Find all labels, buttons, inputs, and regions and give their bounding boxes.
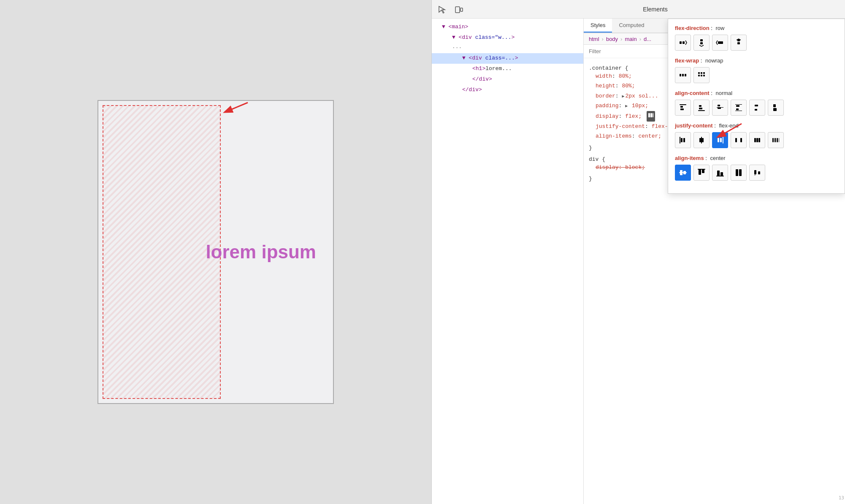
flex-wrap-value: nowrap <box>705 57 723 64</box>
svg-rect-56 <box>754 138 756 142</box>
svg-rect-58 <box>758 138 760 142</box>
align-content-value: normal <box>715 90 732 96</box>
filter-input[interactable] <box>589 48 673 54</box>
svg-rect-13 <box>718 41 720 44</box>
justify-start-btn[interactable] <box>675 132 691 148</box>
align-items-value: center <box>710 155 725 161</box>
svg-rect-55 <box>740 138 742 142</box>
svg-rect-65 <box>679 172 687 173</box>
justify-space-evenly-btn[interactable] <box>768 132 784 148</box>
svg-rect-20 <box>698 72 700 74</box>
align-items-baseline-btn[interactable]: A <box>749 165 765 181</box>
svg-rect-7 <box>680 41 682 44</box>
flex-direction-label: flex-direction <box>675 25 710 31</box>
tab-styles[interactable]: Styles <box>584 19 612 33</box>
preview-container: lorem ipsum <box>98 100 334 404</box>
svg-rect-9 <box>700 39 703 41</box>
svg-rect-19 <box>685 74 686 76</box>
align-content-space-between-btn[interactable] <box>731 100 747 116</box>
lorem-ipsum-text: lorem ipsum <box>206 241 316 263</box>
svg-rect-48 <box>701 137 702 144</box>
svg-rect-18 <box>682 74 684 76</box>
panel-title: Elements <box>643 6 667 13</box>
dom-line-h1[interactable]: <h1>lorem... <box>432 64 583 74</box>
align-items-section: align-items : center <box>675 155 838 181</box>
align-items-stretch-btn[interactable] <box>731 165 747 181</box>
flex-nowrap-btn[interactable] <box>675 67 691 83</box>
svg-rect-38 <box>735 111 742 111</box>
align-content-end-btn[interactable] <box>693 100 710 116</box>
svg-rect-50 <box>720 138 722 142</box>
devtools-panel: Elements ▼ <main> ▼ <div class="w...> ··… <box>431 0 845 504</box>
dom-line-main[interactable]: ▼ <main> <box>432 22 583 33</box>
svg-rect-54 <box>735 138 737 142</box>
svg-rect-2 <box>455 7 460 13</box>
breadcrumb-main[interactable]: main <box>625 36 636 42</box>
inspect-icon[interactable] <box>437 4 447 14</box>
align-content-stretch-btn[interactable] <box>768 100 784 116</box>
justify-content-label: justify-content <box>675 122 713 129</box>
justify-end-btn[interactable] <box>712 132 728 148</box>
justify-content-icons <box>675 132 838 148</box>
align-items-start-btn[interactable] <box>693 165 710 181</box>
svg-rect-60 <box>775 138 776 142</box>
device-toggle-icon[interactable] <box>454 4 464 14</box>
breadcrumb-div[interactable]: d... <box>644 36 651 42</box>
svg-rect-41 <box>773 104 776 107</box>
svg-rect-37 <box>736 108 739 110</box>
align-items-label: align-items <box>675 155 704 161</box>
align-items-center-btn[interactable] <box>675 165 691 181</box>
flex-direction-section: flex-direction : row <box>675 25 838 51</box>
svg-rect-24 <box>701 75 702 76</box>
svg-rect-21 <box>701 72 702 74</box>
svg-rect-71 <box>716 176 724 176</box>
svg-rect-8 <box>682 41 685 44</box>
svg-rect-67 <box>702 170 704 173</box>
align-items-end-btn[interactable] <box>712 165 728 181</box>
svg-rect-62 <box>779 138 779 142</box>
svg-rect-61 <box>777 138 778 142</box>
align-content-start-btn[interactable] <box>675 100 691 116</box>
dom-line-div2[interactable]: ▼ <div class=...> <box>432 53 583 64</box>
svg-rect-6 <box>653 113 653 117</box>
breadcrumb-body[interactable]: body <box>606 36 618 42</box>
dom-line-div-close2: </div> <box>432 85 583 95</box>
svg-rect-69 <box>717 171 720 176</box>
svg-rect-49 <box>718 138 719 142</box>
svg-rect-43 <box>680 137 680 144</box>
dom-line-div1[interactable]: ▼ <div class="w...> <box>432 33 583 43</box>
breadcrumb-html[interactable]: html <box>589 36 599 42</box>
svg-rect-68 <box>698 169 705 170</box>
flex-display-icon[interactable] <box>647 111 655 122</box>
justify-center-btn[interactable] <box>693 132 710 148</box>
flex-dir-row-btn[interactable] <box>675 35 691 51</box>
line-number: 13 <box>839 495 844 501</box>
dom-tree: ▼ <main> ▼ <div class="w...> ··· ▼ <div … <box>432 19 584 504</box>
svg-rect-35 <box>735 104 742 105</box>
flex-inspector-popup: flex-direction : row <box>668 19 845 194</box>
flex-wrap-btn[interactable] <box>693 67 710 83</box>
svg-rect-39 <box>755 105 758 106</box>
align-content-section: align-content : normal <box>675 90 838 116</box>
tab-computed[interactable]: Computed <box>612 19 651 33</box>
dom-line-ellipsis: ··· <box>432 43 583 54</box>
browser-preview: lorem ipsum <box>0 0 431 504</box>
svg-rect-34 <box>717 107 723 108</box>
justify-space-around-btn[interactable] <box>749 132 765 148</box>
svg-rect-72 <box>736 169 738 176</box>
svg-rect-30 <box>699 108 702 109</box>
svg-rect-70 <box>720 172 723 176</box>
align-content-icons <box>675 100 838 116</box>
align-content-center-btn[interactable] <box>712 100 728 116</box>
flex-direction-value: row <box>715 25 724 31</box>
svg-rect-17 <box>680 74 681 76</box>
dom-line-div-close1: </div> <box>432 74 583 85</box>
svg-rect-31 <box>698 110 705 111</box>
top-arrow-indicator <box>217 99 251 118</box>
selected-element-highlight <box>103 105 221 399</box>
flex-dir-row-rev-btn[interactable] <box>712 35 728 51</box>
flex-dir-col-btn[interactable] <box>693 35 710 51</box>
align-content-space-around-btn[interactable] <box>749 100 765 116</box>
justify-space-between-btn[interactable] <box>731 132 747 148</box>
flex-dir-col-rev-btn[interactable] <box>731 35 747 51</box>
